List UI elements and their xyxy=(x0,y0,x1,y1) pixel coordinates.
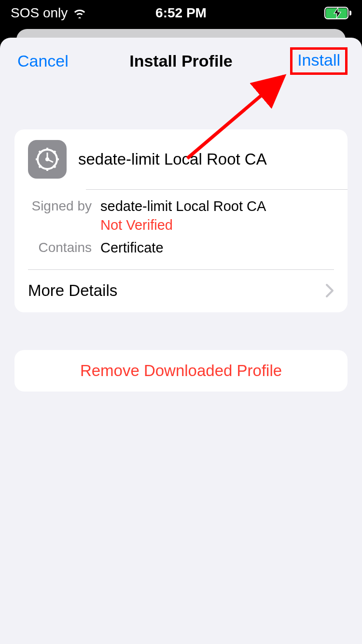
install-button[interactable]: Install xyxy=(290,47,348,75)
charging-bolt-icon xyxy=(333,8,342,18)
carrier-text: SOS only xyxy=(11,5,68,21)
contains-row: Contains Certificate xyxy=(28,240,334,256)
signed-by-label: Signed by xyxy=(28,198,92,214)
profile-card: sedate-limit Local Root CA Signed by sed… xyxy=(14,129,348,312)
remove-profile-label: Remove Downloaded Profile xyxy=(80,362,282,379)
profile-info: Signed by sedate-limit Local Root CA Not… xyxy=(14,190,348,269)
signed-by-row: Signed by sedate-limit Local Root CA xyxy=(28,198,334,214)
page-title: Install Profile xyxy=(129,52,233,70)
wifi-icon xyxy=(72,8,87,18)
signed-by-value: sedate-limit Local Root CA xyxy=(100,198,266,214)
status-left: SOS only xyxy=(11,5,87,21)
verification-status: Not Verified xyxy=(100,217,334,233)
status-bar: SOS only 6:52 PM xyxy=(0,0,362,26)
profile-name: sedate-limit Local Root CA xyxy=(78,150,267,168)
nav-bar: Cancel Install Profile Install xyxy=(0,38,362,84)
more-details-row[interactable]: More Details xyxy=(14,270,348,312)
status-time: 6:52 PM xyxy=(155,5,207,21)
remove-profile-button[interactable]: Remove Downloaded Profile xyxy=(14,350,348,392)
profile-gear-badge xyxy=(28,140,67,179)
battery-icon xyxy=(324,6,351,20)
install-profile-sheet: Cancel Install Profile Install xyxy=(0,38,362,644)
cancel-button[interactable]: Cancel xyxy=(14,50,71,72)
profile-header: sedate-limit Local Root CA xyxy=(14,129,348,189)
contains-label: Contains xyxy=(28,240,92,255)
device-frame: SOS only 6:52 PM Cancel Install Pro xyxy=(0,0,362,644)
gear-icon xyxy=(35,147,60,172)
chevron-right-icon xyxy=(325,283,334,298)
more-details-label: More Details xyxy=(28,281,117,300)
status-right xyxy=(324,6,351,20)
contains-value: Certificate xyxy=(100,240,164,256)
